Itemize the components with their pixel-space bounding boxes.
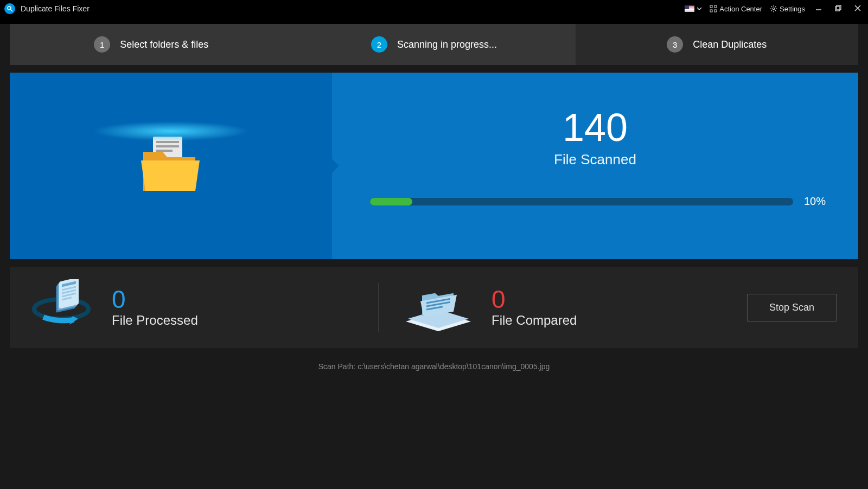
svg-rect-5 [714,10,717,12]
step-label: Select folders & files [120,39,208,50]
stop-scan-button[interactable]: Stop Scan [747,294,837,321]
app-title: Duplicate Files Fixer [21,4,685,13]
step-label: Scanning in progress... [397,39,497,50]
svg-rect-3 [714,5,717,8]
maximize-button[interactable] [832,4,844,14]
file-processed-icon [31,279,97,336]
settings-label: Settings [780,5,805,13]
scan-panel: 140 File Scanned 10% [10,73,858,259]
flag-us-icon [685,5,694,12]
divider [378,283,379,332]
svg-rect-2 [710,5,712,8]
app-logo-icon [4,3,15,14]
files-compared-label: File Compared [492,313,577,328]
files-scanned-count: 140 [563,108,628,147]
files-scanned-label: File Scanned [554,151,636,168]
svg-rect-9 [837,5,841,10]
file-compared-icon [400,279,476,336]
step-number: 2 [371,36,387,53]
step-number: 1 [94,36,110,53]
step-scanning: 2 Scanning in progress... [292,24,575,65]
minimize-button[interactable] [813,4,825,14]
svg-rect-14 [156,145,179,147]
svg-rect-8 [835,7,840,11]
step-clean: 3 Clean Duplicates [576,24,858,65]
svg-line-1 [11,10,13,12]
chevron-down-icon [697,6,702,11]
close-button[interactable] [852,4,864,14]
stats-row: 0 File Processed [10,267,858,348]
gear-icon [770,5,777,12]
stat-processed: 0 File Processed [31,279,378,336]
action-center-label: Action Center [719,5,762,13]
folder-scanning-icon [141,137,201,196]
svg-rect-4 [710,10,712,12]
scan-path-value: c:\users\chetan agarwal\desktop\101canon… [358,362,550,371]
scan-illustration-panel [10,73,332,259]
svg-rect-13 [156,141,179,143]
stepper: 1 Select folders & files 2 Scanning in p… [10,24,858,65]
arrow-right-icon [331,158,339,173]
step-select-folders[interactable]: 1 Select folders & files [10,24,292,65]
step-label: Clean Duplicates [693,39,767,50]
files-processed-label: File Processed [112,313,198,328]
action-center-button[interactable]: Action Center [710,5,762,13]
progress-percent: 10% [804,195,826,208]
step-number: 3 [667,36,683,53]
app-content: 1 Select folders & files 2 Scanning in p… [0,24,868,489]
files-processed-value: 0 [112,287,198,312]
scan-path: Scan Path: c:\users\chetan agarwal\deskt… [0,362,868,371]
progress-fill [370,198,412,205]
language-selector[interactable] [685,5,702,12]
progress-bar [370,198,793,205]
svg-rect-15 [156,150,173,152]
files-compared-value: 0 [492,287,577,312]
titlebar: Duplicate Files Fixer Action Center Sett… [0,0,868,17]
grid-icon [710,5,717,12]
progress-bar-area: 10% [332,195,858,208]
svg-point-0 [8,7,11,10]
scan-progress-panel: 140 File Scanned 10% [332,73,858,259]
settings-button[interactable]: Settings [770,5,805,13]
svg-point-6 [773,8,775,10]
stat-compared: 0 File Compared [400,279,747,336]
scan-path-prefix: Scan Path: [318,362,358,371]
